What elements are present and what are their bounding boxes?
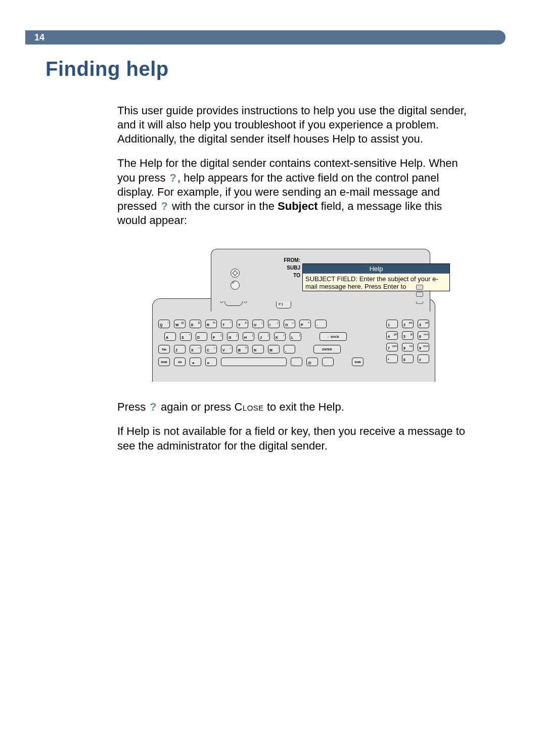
help-popup-body: SUBJECT FIELD: Enter the subject of your… <box>303 274 449 291</box>
key: D <box>196 332 207 341</box>
p2-c: with the cursor in the <box>169 200 278 212</box>
key: 5jkl <box>402 331 414 340</box>
paragraph-4: If Help is not available for a field or … <box>117 424 470 453</box>
key: H[ <box>243 332 254 341</box>
key: A <box>164 332 176 341</box>
page-number-bar: 14 <box>0 30 506 45</box>
key: C> <box>205 345 217 353</box>
key: V~ <box>221 345 233 353</box>
key: 7pqrs <box>386 343 398 351</box>
paragraph-3: Press ? again or press Close to exit the… <box>117 400 470 414</box>
key: O+ <box>284 320 295 328</box>
close-key-label: Close <box>234 401 263 413</box>
key: U( <box>252 320 264 328</box>
label-to: TO <box>277 272 300 279</box>
diamond-icon <box>231 269 240 278</box>
key: J] <box>258 332 270 341</box>
slash-icon <box>231 281 240 290</box>
document-page: 14 Finding help This user guide provides… <box>0 0 546 756</box>
key: 2abc <box>402 320 414 328</box>
key-back: ← BACK <box>320 332 347 341</box>
key: , <box>284 345 295 353</box>
device-screen: F1 FROM: SUBJ TO Help SUBJECT FIELD: Ent… <box>211 249 430 312</box>
field-labels: FROM: SUBJ TO <box>277 256 300 279</box>
key: P= <box>299 320 311 328</box>
key: Q! <box>158 320 170 328</box>
key: X< <box>190 345 201 353</box>
side-pad-icon <box>416 285 423 306</box>
key: W@ <box>174 320 186 328</box>
key: N; <box>252 345 264 353</box>
key: 0 <box>402 354 414 363</box>
key: 9wxyz <box>418 343 429 351</box>
numpad: 12abc3def4ghi5jkl6mno7pqrs8tuv9wxyz*0# <box>386 320 429 363</box>
key: 1 <box>386 320 398 328</box>
label-subject: SUBJ <box>277 264 300 272</box>
key: 8tuv <box>402 343 414 351</box>
key: - <box>315 320 327 328</box>
question-mark-icon: ? <box>160 199 168 213</box>
key: * <box>386 354 398 363</box>
arrow-right-key <box>205 358 217 366</box>
page-title: Finding help <box>46 58 546 80</box>
key: Z <box>174 345 186 353</box>
key-shift: Shift <box>352 358 363 366</box>
arrow-left-key <box>190 358 201 366</box>
key: L| <box>290 332 301 341</box>
key: @ <box>306 358 318 366</box>
key-enter: ENTER <box>313 345 341 353</box>
key-alt: Alt <box>174 358 186 366</box>
key-tab: Tab <box>158 345 170 353</box>
help-popup-title: Help <box>303 264 449 274</box>
p3-b: again or press <box>158 401 235 413</box>
key: M: <box>268 345 280 353</box>
key-shift: Shift <box>158 358 170 366</box>
paragraph-1: This user guide provides instructions to… <box>117 104 470 146</box>
key: S* <box>180 332 192 341</box>
p3-a: Press <box>117 401 149 413</box>
key: K\ <box>274 332 286 341</box>
key: Y& <box>237 320 248 328</box>
body-column: This user guide provides instructions to… <box>117 104 470 453</box>
key: _ <box>291 358 302 366</box>
key: # <box>418 354 429 363</box>
key: F{ <box>211 332 223 341</box>
label-from: FROM: <box>277 256 300 264</box>
key: E$ <box>190 320 201 328</box>
key: R% <box>205 320 217 328</box>
key: B? <box>237 345 248 353</box>
key: T^ <box>221 320 233 328</box>
keyboard-figure: F1 FROM: SUBJ TO Help SUBJECT FIELD: Ent… <box>152 248 435 382</box>
key: I) <box>268 320 280 328</box>
help-popup: Help SUBJECT FIELD: Enter the subject of… <box>302 263 450 291</box>
key: 6mno <box>418 331 429 340</box>
key- <box>221 358 287 366</box>
page-number: 14 <box>25 30 52 45</box>
p3-c: to exit the Help. <box>264 401 344 413</box>
paragraph-2: The Help for the digital sender contains… <box>117 156 470 228</box>
question-mark-icon: ? <box>169 171 177 185</box>
key: G} <box>227 332 239 341</box>
key: 4ghi <box>386 331 398 340</box>
page-number-line <box>25 30 506 45</box>
key: 3def <box>418 320 429 328</box>
question-mark-icon: ? <box>149 400 157 414</box>
key: . <box>322 358 334 366</box>
subject-bold: Subject <box>278 200 317 212</box>
